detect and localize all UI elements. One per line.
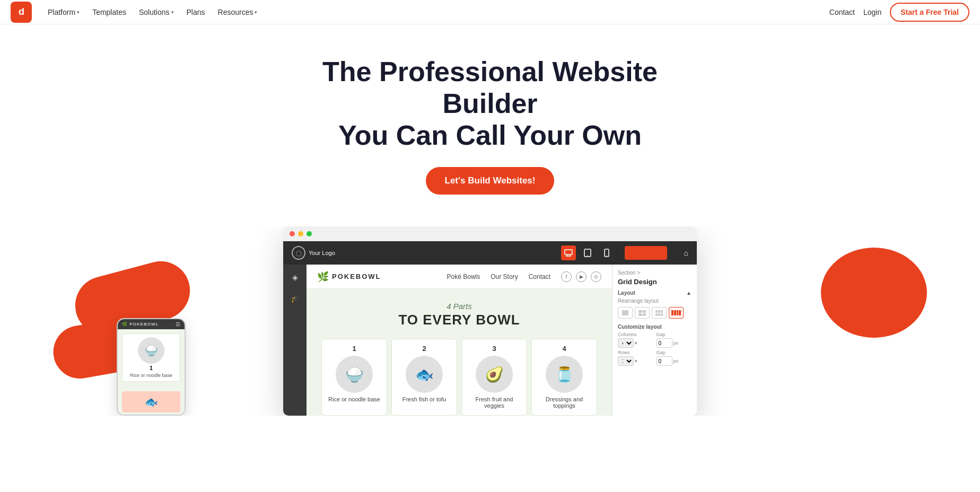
panel-col-gap-group: Gap px <box>657 332 692 348</box>
nav-links: Platform ▾ Templates Solutions ▾ Plans R… <box>42 5 262 20</box>
poke-heading-main: TO EVERY BOWL <box>317 312 601 328</box>
desktop-device-icon[interactable] <box>561 245 576 260</box>
phone-icon <box>602 249 611 257</box>
rows-select[interactable]: 1 <box>618 356 634 366</box>
mockup-area: 🌿 POKEBOWL ☰ 🍚 1 Rice or noodle base 🐟 <box>0 226 980 416</box>
svg-point-5 <box>587 256 588 257</box>
phone-item-label: Rice or noodle base <box>130 373 172 378</box>
poke-content: 4 Parts TO EVERY BOWL 1 🍚 Rice or noodle… <box>307 289 612 416</box>
site-preview: 🌿 POKEBOWL Poké Bowls Our Story Contact … <box>307 265 612 416</box>
row-gap-field[interactable] <box>657 356 672 366</box>
youtube-icon[interactable]: ▶ <box>576 271 587 282</box>
bowl-item-4: 4 🫙 Dressings and toppings <box>531 339 597 416</box>
logo-text: d <box>19 6 24 17</box>
platform-chevron-icon: ▾ <box>77 10 80 15</box>
nav-contact-link[interactable]: Contact <box>829 8 855 16</box>
tablet-icon <box>583 249 592 257</box>
bowl-item-1-label: Rice or noodle base <box>328 396 380 402</box>
bowl-item-1: 1 🍚 Rice or noodle base <box>321 339 387 416</box>
layout-opt-1col[interactable] <box>618 307 633 319</box>
poke-nav-links: Poké Bowls Our Story Contact <box>447 273 550 280</box>
columns-select[interactable]: 4 <box>618 338 634 348</box>
layout-opt-2col[interactable] <box>635 307 650 319</box>
panel-columns-row: Columns 4 ▾ Gap px <box>618 332 692 348</box>
browser-dot-yellow <box>298 231 303 236</box>
browser-dot-green <box>307 231 312 236</box>
phone-fish-preview: 🐟 <box>118 389 185 415</box>
solutions-chevron-icon: ▾ <box>171 10 174 15</box>
svg-point-7 <box>606 256 607 256</box>
bowl-item-2: 2 🐟 Fresh fish or tofu <box>391 339 457 416</box>
bowl-item-3-number: 3 <box>492 345 496 353</box>
duda-logo[interactable]: d <box>11 2 32 23</box>
layout-options <box>618 307 692 319</box>
columns-arrow-icon: ▾ <box>635 340 637 346</box>
browser-window: ◯ Your Logo ⌂ ◈ 🎓 <box>283 226 697 416</box>
panel-rows-input: 1 ▾ <box>618 356 653 366</box>
poke-site-nav: 🌿 POKEBOWL Poké Bowls Our Story Contact … <box>307 265 612 289</box>
panel-col-gap-input: px <box>657 338 692 348</box>
layout-opt-4col[interactable] <box>669 307 684 319</box>
nav-solutions[interactable]: Solutions ▾ <box>134 5 179 20</box>
bowl-item-1-number: 1 <box>352 345 356 353</box>
start-free-trial-button[interactable]: Start a Free Trial <box>890 3 969 22</box>
phone-mockup: 🌿 POKEBOWL ☰ 🍚 1 Rice or noodle base 🐟 <box>117 318 186 416</box>
layout-opt-3col[interactable] <box>652 307 667 319</box>
bowl-grid: 1 🍚 Rice or noodle base 2 🐟 Fresh fish o… <box>317 339 601 416</box>
pokebowl-logo: 🌿 POKEBOWL <box>317 271 381 283</box>
poke-heading-sub: 4 Parts <box>317 302 601 311</box>
blob-right <box>821 248 927 338</box>
poke-nav-ourstory[interactable]: Our Story <box>491 273 518 280</box>
editor-logo-circle: ◯ <box>292 246 305 260</box>
sidebar-pages-icon[interactable]: 🎓 <box>287 291 302 306</box>
editor-logo-label: Your Logo <box>309 250 335 256</box>
panel-row-gap-input: px <box>657 356 692 366</box>
tablet-device-icon[interactable] <box>580 245 595 260</box>
bowl-item-2-label: Fresh fish or tofu <box>402 396 447 402</box>
panel-layout-label: Layout ▲ <box>618 290 692 296</box>
phone-logo: 🌿 POKEBOWL <box>122 322 159 327</box>
poke-nav-contact[interactable]: Contact <box>529 273 550 280</box>
row-gap-unit: px <box>673 358 679 364</box>
nav-templates[interactable]: Templates <box>87 5 132 20</box>
editor-logo-area: ◯ Your Logo <box>292 246 335 260</box>
phone-fish-image: 🐟 <box>122 391 180 412</box>
col-gap-field[interactable] <box>657 338 672 348</box>
phone-menu-icon: ☰ <box>176 321 180 327</box>
4col-icon <box>671 310 681 315</box>
poke-heading: 4 Parts TO EVERY BOWL <box>317 302 601 328</box>
panel-collapse-icon[interactable]: ▲ <box>686 290 692 296</box>
panel-columns-label: Columns <box>618 332 653 337</box>
phone-outer: 🌿 POKEBOWL ☰ 🍚 1 Rice or noodle base 🐟 <box>117 318 186 416</box>
browser-bar <box>283 226 697 241</box>
panel-customize-label: Customize layout <box>618 324 692 330</box>
editor-home-icon[interactable]: ⌂ <box>684 249 688 257</box>
hero-section: The Professional Website Builder You Can… <box>0 24 980 216</box>
phone-content: 🍚 1 Rice or noodle base <box>118 329 185 389</box>
sidebar-layers-icon[interactable]: ◈ <box>287 270 302 285</box>
3col-icon <box>655 310 663 316</box>
editor-orange-bar <box>625 246 667 260</box>
panel-row-gap-group: Gap px <box>657 350 692 366</box>
panel-rows-group: Rows 1 ▾ <box>618 350 653 366</box>
panel-row-gap-label: Gap <box>657 350 692 355</box>
1col-icon <box>622 310 628 315</box>
nav-plans[interactable]: Plans <box>181 5 211 20</box>
bowl-item-2-image: 🐟 <box>406 356 443 393</box>
panel-section-label: Section > <box>618 270 692 276</box>
nav-login-link[interactable]: Login <box>863 8 881 16</box>
hero-heading: The Professional Website Builder You Can… <box>304 56 676 151</box>
mobile-device-icon[interactable] <box>599 245 614 260</box>
nav-platform[interactable]: Platform ▾ <box>42 5 85 20</box>
2col-icon <box>638 310 646 316</box>
col-gap-unit: px <box>673 340 679 346</box>
phone-bowl-image: 🍚 <box>138 337 164 364</box>
panel-col-gap-label: Gap <box>657 332 692 337</box>
editor-right-panel: Section > Grid Design Layout ▲ Rearrange… <box>612 265 697 416</box>
instagram-icon[interactable]: ⊙ <box>591 271 601 282</box>
facebook-icon[interactable]: f <box>561 271 572 282</box>
nav-resources[interactable]: Resources ▾ <box>213 5 263 20</box>
poke-nav-pokebowls[interactable]: Poké Bowls <box>447 273 480 280</box>
hero-cta-button[interactable]: Let's Build Websites! <box>426 167 555 195</box>
bowl-item-4-image: 🫙 <box>546 356 583 393</box>
